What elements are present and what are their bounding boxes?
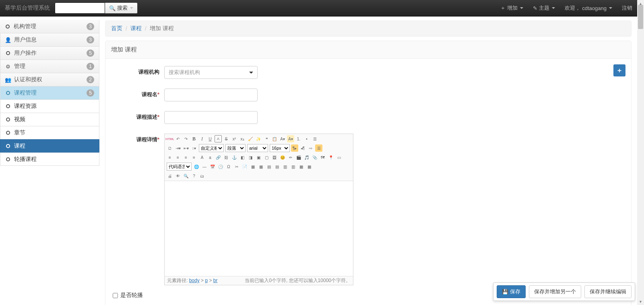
img-center-icon[interactable]: ▣: [255, 154, 262, 161]
deltable-icon[interactable]: ▦: [257, 163, 264, 170]
save-continue-button[interactable]: 保存并继续编辑: [584, 285, 632, 298]
quote-icon[interactable]: ❝: [263, 135, 270, 142]
sidebar-item-3[interactable]: 课程: [0, 139, 99, 152]
search-input[interactable]: [55, 2, 105, 14]
sidebar-item-0[interactable]: 课程资源: [0, 99, 99, 113]
wordimage-icon[interactable]: 📄: [241, 163, 248, 170]
frame-icon[interactable]: ▭: [335, 154, 343, 161]
insertimg-icon[interactable]: 🖼: [271, 154, 278, 161]
path-br[interactable]: br: [213, 278, 218, 283]
save-add-another-button[interactable]: 保存并增加另一个: [529, 285, 581, 298]
sidebar-group-5[interactable]: 课程管理5: [0, 86, 99, 99]
unlink-icon[interactable]: ⛓: [223, 154, 230, 161]
webapp-icon[interactable]: 🌐: [193, 163, 200, 170]
delrow-icon[interactable]: ▤: [273, 163, 281, 170]
img-none-icon[interactable]: ▢: [263, 154, 270, 161]
gmap-icon[interactable]: 📍: [327, 154, 334, 161]
date-icon[interactable]: 📅: [209, 163, 216, 170]
path-p[interactable]: p: [205, 278, 208, 283]
scroll-thumb[interactable]: [638, 5, 643, 29]
ul-icon[interactable]: •: [303, 135, 310, 142]
insertcol-icon[interactable]: ▥: [281, 163, 289, 170]
paragraph-select[interactable]: 段落: [225, 144, 246, 152]
add-inline-button[interactable]: ＋: [613, 64, 625, 76]
selectall-icon[interactable]: ☰: [311, 135, 318, 142]
bold-icon[interactable]: B: [190, 135, 198, 142]
align-left-icon[interactable]: ≡: [166, 154, 173, 161]
hr-icon[interactable]: —: [201, 163, 208, 170]
sidebar-group-4[interactable]: 👥认证和授权2: [0, 73, 99, 86]
desc-input[interactable]: [169, 115, 253, 121]
map-icon[interactable]: 🗺: [319, 154, 326, 161]
path-body[interactable]: body: [189, 278, 200, 283]
help-icon[interactable]: ?: [190, 172, 198, 179]
breadcrumb-module[interactable]: 课程: [130, 25, 142, 32]
clearformat-icon[interactable]: 🧹: [247, 135, 254, 142]
underline-icon[interactable]: U: [206, 135, 214, 142]
align-center-icon[interactable]: ≡: [174, 154, 182, 161]
align-right-icon[interactable]: ≡: [182, 154, 190, 161]
insertrow-icon[interactable]: ▤: [265, 163, 272, 170]
scroll-down-icon[interactable]: ▼: [637, 298, 644, 305]
indent-icon[interactable]: ⇥▾: [174, 144, 182, 152]
paste-icon[interactable]: 📋: [271, 135, 278, 142]
preview-icon[interactable]: 👁: [174, 172, 182, 179]
scrollbar[interactable]: ▲ ▼: [637, 0, 644, 305]
ol-icon[interactable]: 1.: [295, 135, 302, 142]
fontsize-select[interactable]: 16px: [270, 144, 290, 152]
autoformat-icon[interactable]: ✨: [255, 135, 262, 142]
snapscreen-icon[interactable]: ✂: [233, 163, 240, 170]
save-button[interactable]: 💾 保存: [497, 285, 526, 298]
breadcrumb-home[interactable]: 首页: [111, 25, 122, 32]
sidebar-group-0[interactable]: 机构管理3: [0, 20, 99, 33]
html-icon[interactable]: HTML: [166, 135, 173, 142]
lineheight-icon[interactable]: ↕▾: [190, 144, 198, 152]
table-icon[interactable]: ▦: [249, 163, 256, 170]
ltr-icon[interactable]: ¶▸: [291, 144, 298, 152]
sup-icon[interactable]: x²: [231, 135, 238, 142]
strike-icon[interactable]: S: [223, 135, 230, 142]
backcolor-icon[interactable]: A▾: [287, 135, 294, 142]
sidebar-group-2[interactable]: 用户操作5: [0, 46, 99, 60]
sidebar-item-1[interactable]: 视频: [0, 113, 99, 126]
editor-textarea[interactable]: [165, 181, 353, 276]
music-icon[interactable]: 🎵: [303, 154, 310, 161]
img-right-icon[interactable]: ◨: [247, 154, 254, 161]
nav-add[interactable]: ＋ 增加: [500, 4, 523, 12]
banner-checkbox[interactable]: [113, 293, 118, 298]
org-dropdown[interactable]: 搜索课程机构: [164, 66, 258, 79]
nav-user[interactable]: 欢迎， cdtaogang: [565, 4, 612, 12]
print-icon[interactable]: 🖨: [166, 172, 173, 179]
new-icon[interactable]: 🗋: [166, 144, 173, 152]
redo-icon[interactable]: ↷: [182, 135, 190, 142]
search-icon[interactable]: 🔍: [182, 172, 190, 179]
delcol-icon[interactable]: ▥: [289, 163, 297, 170]
bg-icon[interactable]: ☰: [315, 144, 322, 152]
align-justify-icon[interactable]: ≡: [190, 154, 198, 161]
link-icon[interactable]: 🔗: [215, 154, 222, 161]
video-icon[interactable]: 🎬: [295, 154, 302, 161]
sidebar-group-3[interactable]: ⚙管理1: [0, 60, 99, 73]
emoji-icon[interactable]: 😊: [279, 154, 286, 161]
customstyle-select[interactable]: 自定义标: [199, 144, 224, 152]
rtl-icon[interactable]: ◂¶: [299, 144, 306, 152]
fontborder-icon[interactable]: A: [215, 135, 222, 142]
name-input[interactable]: [169, 92, 253, 98]
codelang-select[interactable]: 代码语言: [167, 163, 192, 171]
sidebar-item-4[interactable]: 轮播课程: [0, 152, 99, 166]
undo-icon[interactable]: ↶: [174, 135, 182, 142]
special-icon[interactable]: Ω: [225, 163, 232, 170]
sidebar-group-1[interactable]: 👤用户信息3: [0, 33, 99, 46]
split-icon[interactable]: ▦: [305, 163, 313, 170]
sidebar-item-2[interactable]: 章节: [0, 126, 99, 139]
merge-icon[interactable]: ▦: [297, 163, 305, 170]
attach-icon[interactable]: 📎: [311, 154, 318, 161]
scrawl-icon[interactable]: ✏: [287, 154, 294, 161]
anchor-icon[interactable]: ⚓: [231, 154, 238, 161]
italic-icon[interactable]: I: [198, 135, 206, 142]
forecolor-icon[interactable]: A▾: [279, 135, 286, 142]
search-button[interactable]: 🔍 搜索: [105, 2, 138, 14]
font-select[interactable]: arial: [247, 144, 268, 152]
tolowercase-icon[interactable]: a: [206, 154, 214, 161]
nav-theme[interactable]: ✎ 主题: [533, 4, 555, 12]
